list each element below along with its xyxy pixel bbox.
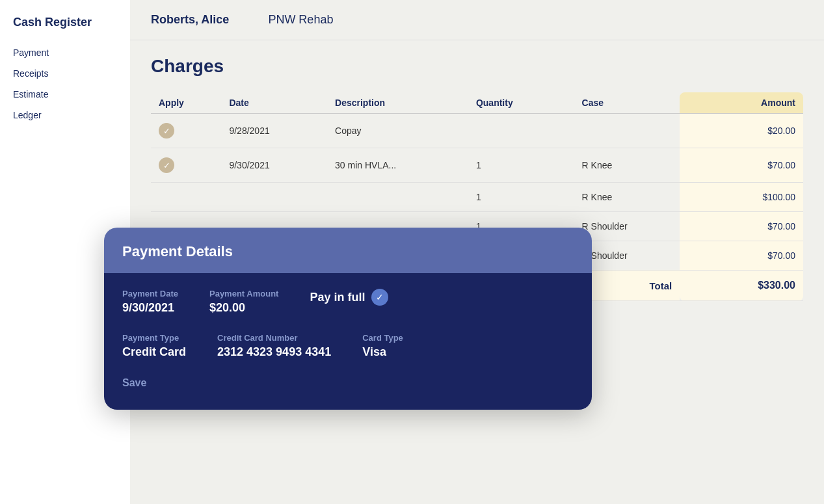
quantity-cell: 1 [468,183,574,212]
header-bar: Roberts, Alice PNW Rehab [130,0,824,40]
payment-amount-field: Payment Amount $20.00 [209,289,278,315]
payment-date-label: Payment Date [122,289,178,298]
pay-in-full-field: Pay in full ✓ [310,289,388,315]
col-case: Case [574,92,680,114]
payment-type-value: Credit Card [122,345,186,359]
payment-type-field: Payment Type Credit Card [122,333,186,359]
apply-check-icon[interactable]: ✓ [159,157,174,173]
clinic-name: PNW Rehab [268,13,333,27]
quantity-cell [468,114,574,148]
description-cell: 30 min HVLA... [327,148,468,183]
table-row: 1 R Knee $100.00 [151,183,803,212]
payment-details-row-1: Payment Date 9/30/2021 Payment Amount $2… [122,289,574,315]
card-type-field: Card Type Visa [362,333,403,359]
payment-details-body: Payment Date 9/30/2021 Payment Amount $2… [104,273,592,410]
save-button[interactable]: Save [122,377,146,389]
payment-type-label: Payment Type [122,333,186,343]
payment-date-field: Payment Date 9/30/2021 [122,289,178,315]
payment-date-value: 9/30/2021 [122,301,178,315]
charges-title: Charges [151,56,803,77]
apply-cell[interactable]: ✓ [151,148,221,183]
total-value: $330.00 [680,271,803,301]
sidebar-title: Cash Register [13,16,117,29]
case-cell: R Knee [574,183,680,212]
amount-cell: $70.00 [680,241,803,271]
patient-name: Roberts, Alice [151,13,229,27]
card-type-value: Visa [362,345,403,359]
main-content: Roberts, Alice PNW Rehab Charges Apply D… [130,0,824,504]
description-cell [327,183,468,212]
quantity-cell: 1 [468,148,574,183]
payment-amount-value: $20.00 [209,301,278,315]
payment-amount-label: Payment Amount [209,289,278,298]
credit-card-number-field: Credit Card Number 2312 4323 9493 4341 [217,333,331,359]
table-row: ✓ 9/28/2021 Copay $20.00 [151,114,803,148]
table-row: ✓ 9/30/2021 30 min HVLA... 1 R Knee $70.… [151,148,803,183]
apply-cell[interactable]: ✓ [151,114,221,148]
amount-cell: $20.00 [680,114,803,148]
date-cell: 9/28/2021 [221,114,327,148]
payment-details-card: Payment Details Payment Date 9/30/2021 P… [104,228,592,410]
credit-card-number-value: 2312 4323 9493 4341 [217,345,331,359]
col-amount: Amount [680,92,803,114]
pay-in-full-check-icon[interactable]: ✓ [371,289,388,306]
sidebar-item-ledger[interactable]: Ledger [13,110,117,120]
col-date: Date [221,92,327,114]
col-quantity: Quantity [468,92,574,114]
description-cell: Copay [327,114,468,148]
sidebar-item-payment[interactable]: Payment [13,47,117,58]
pay-in-full-container[interactable]: Pay in full ✓ [310,289,388,306]
card-type-label: Card Type [362,333,403,343]
amount-cell: $70.00 [680,148,803,183]
amount-cell: $100.00 [680,183,803,212]
pay-in-full-label: Pay in full [310,291,365,304]
payment-details-title: Payment Details [122,243,574,260]
sidebar-item-estimate[interactable]: Estimate [13,89,117,99]
amount-cell: $70.00 [680,212,803,241]
date-cell: 9/30/2021 [221,148,327,183]
col-apply: Apply [151,92,221,114]
date-cell [221,183,327,212]
col-description: Description [327,92,468,114]
apply-cell[interactable] [151,183,221,212]
case-cell [574,114,680,148]
credit-card-number-label: Credit Card Number [217,333,331,343]
apply-check-icon[interactable]: ✓ [159,123,174,139]
payment-details-header: Payment Details [104,228,592,273]
sidebar-nav: Payment Receipts Estimate Ledger [13,47,117,120]
case-cell: R Knee [574,148,680,183]
payment-details-row-2: Payment Type Credit Card Credit Card Num… [122,333,574,359]
sidebar-item-receipts[interactable]: Receipts [13,68,117,79]
